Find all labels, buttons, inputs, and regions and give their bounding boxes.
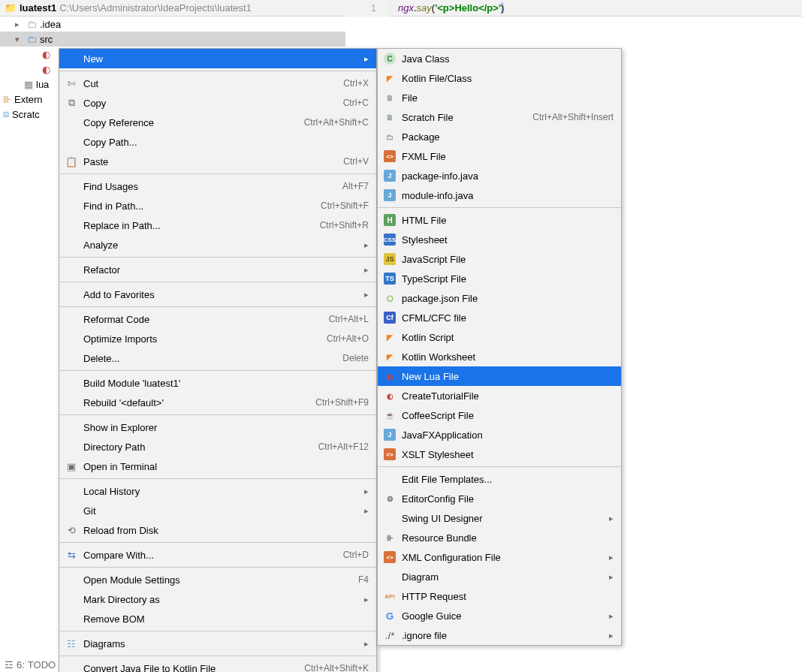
menu-swing-ui-designer[interactable]: Swing UI Designer▸ (378, 508, 621, 528)
menu-show-explorer[interactable]: Show in Explorer (59, 417, 376, 437)
breadcrumb[interactable]: 📁 luatest1 C:\Users\Administrator\IdeaPr… (0, 2, 256, 14)
menu-package-json[interactable]: ⬡package.json File (378, 288, 621, 308)
menu-javafx-application[interactable]: JJavaFXApplication (378, 425, 621, 444)
menu-convert-kotlin[interactable]: Convert Java File to Kotlin FileCtrl+Alt… (59, 658, 376, 672)
api-icon: API (384, 590, 396, 602)
menu-copy[interactable]: ⧉CopyCtrl+C (59, 93, 376, 113)
java-icon: J (384, 429, 396, 441)
ts-icon: TS (384, 273, 396, 285)
menu-package-info[interactable]: Jpackage-info.java (378, 166, 621, 185)
menu-local-history[interactable]: Local History▸ (59, 481, 376, 501)
menu-editorconfig-file[interactable]: ⚙EditorConfig File (378, 489, 621, 508)
menu-ignore-file[interactable]: .i*.ignore file▸ (378, 625, 621, 645)
class-icon: C (384, 53, 396, 65)
js-icon: JS (384, 253, 396, 265)
folder-icon: 🗀 (27, 34, 37, 45)
menu-javascript-file[interactable]: JSJavaScript File (378, 249, 621, 269)
google-icon: G (384, 610, 396, 622)
lua-icon: ◐ (384, 390, 396, 402)
menu-cut[interactable]: ✄CutCtrl+X (59, 74, 376, 93)
menu-replace-in-path[interactable]: Replace in Path...Ctrl+Shift+R (59, 215, 376, 235)
menu-stylesheet[interactable]: CSSStylesheet (378, 230, 621, 249)
menu-xslt-stylesheet[interactable]: <>XSLT Stylesheet (378, 444, 621, 464)
kotlin-icon: ◤ (384, 331, 396, 343)
json-icon: ⬡ (384, 292, 396, 304)
menu-typescript-file[interactable]: TSTypeScript File (378, 269, 621, 288)
lua-icon: ◐ (384, 370, 396, 382)
menu-kotlin-worksheet[interactable]: ◤Kotlin Worksheet (378, 347, 621, 366)
todo-icon: ☲ (5, 659, 14, 670)
menu-xml-config-file[interactable]: <>XML Configuration File▸ (378, 547, 621, 567)
menu-java-class[interactable]: CJava Class (378, 49, 621, 68)
menu-copy-path[interactable]: Copy Path... (59, 132, 376, 152)
lua-icon: ◐ (42, 64, 50, 75)
menu-edit-file-templates[interactable]: Edit File Templates... (378, 469, 621, 489)
menu-add-favorites[interactable]: Add to Favorites▸ (59, 285, 376, 304)
editor[interactable]: 1 ngx.say('<p>Hello</p>') (345, 0, 802, 17)
menu-create-tutorial-file[interactable]: ◐CreateTutorialFile (378, 386, 621, 405)
menu-module-info[interactable]: Jmodule-info.java (378, 185, 621, 205)
menu-reload-disk[interactable]: ⟲Reload from Disk (59, 520, 376, 540)
menu-new-lua-file[interactable]: ◐New Lua File (378, 366, 621, 386)
menu-paste[interactable]: 📋PasteCtrl+V (59, 152, 376, 171)
ignore-icon: .i* (385, 630, 394, 641)
menu-diagrams[interactable]: ☷Diagrams▸ (59, 634, 376, 653)
menu-copy-reference[interactable]: Copy ReferenceCtrl+Alt+Shift+C (59, 113, 376, 132)
menu-http-request[interactable]: APIHTTP Request (378, 586, 621, 606)
menu-new[interactable]: New▸ (59, 49, 376, 68)
menu-optimize-imports[interactable]: Optimize ImportsCtrl+Alt+O (59, 329, 376, 348)
reload-icon: ⟲ (64, 525, 79, 536)
paste-icon: 📋 (64, 156, 79, 167)
file-icon: 🗎 (384, 92, 396, 104)
fxml-icon: <> (384, 150, 396, 162)
context-menu: New▸ ✄CutCtrl+X ⧉CopyCtrl+C Copy Referen… (59, 48, 377, 672)
xslt-icon: <> (384, 448, 396, 460)
menu-google-guice[interactable]: GGoogle Guice▸ (378, 606, 621, 625)
menu-scratch-file[interactable]: 🗎Scratch FileCtrl+Alt+Shift+Insert (378, 107, 621, 127)
line-number: 1 (345, 0, 390, 17)
code-line[interactable]: ngx.say('<p>Hello</p>') (390, 0, 504, 17)
menu-coffeescript-file[interactable]: ☕CoffeeScript File (378, 405, 621, 425)
terminal-icon: ▣ (64, 461, 79, 472)
copy-icon: ⧉ (64, 97, 79, 109)
java-icon: J (384, 170, 396, 182)
menu-package[interactable]: 🗀Package (378, 127, 621, 146)
new-submenu: CJava Class ◤Kotlin File/Class 🗎File 🗎Sc… (377, 48, 622, 646)
menu-git[interactable]: Git▸ (59, 501, 376, 520)
coffee-icon: ☕ (384, 409, 396, 421)
menu-html-file[interactable]: HHTML File (378, 210, 621, 230)
menu-diagram[interactable]: Diagram▸ (378, 567, 621, 586)
menu-fxml-file[interactable]: <>FXML File (378, 146, 621, 166)
menu-analyze[interactable]: Analyze▸ (59, 235, 376, 255)
menu-cfml-file[interactable]: CfCFML/CFC file (378, 308, 621, 327)
menu-remove-bom[interactable]: Remove BOM (59, 609, 376, 628)
menu-find-usages[interactable]: Find UsagesAlt+F7 (59, 176, 376, 196)
menu-kotlin-script[interactable]: ◤Kotlin Script (378, 327, 621, 347)
menu-reformat[interactable]: Reformat CodeCtrl+Alt+L (59, 309, 376, 329)
project-path: C:\Users\Administrator\IdeaProjects\luat… (59, 2, 252, 14)
lua-icon: ◐ (42, 49, 50, 60)
menu-resource-bundle[interactable]: ⊪Resource Bundle (378, 528, 621, 547)
menu-build-module[interactable]: Build Module 'luatest1' (59, 373, 376, 393)
menu-kotlin-file-class[interactable]: ◤Kotlin File/Class (378, 68, 621, 88)
css-icon: CSS (384, 234, 396, 246)
lib-icon: ⊪ (3, 94, 11, 105)
menu-mark-directory[interactable]: Mark Directory as▸ (59, 589, 376, 609)
cut-icon: ✄ (64, 78, 79, 89)
menu-directory-path[interactable]: Directory PathCtrl+Alt+F12 (59, 437, 376, 457)
menu-find-in-path[interactable]: Find in Path...Ctrl+Shift+F (59, 196, 376, 215)
menu-rebuild[interactable]: Rebuild '<default>'Ctrl+Shift+F9 (59, 393, 376, 412)
menu-file[interactable]: 🗎File (378, 88, 621, 107)
todo-tab[interactable]: ☲ 6: TODO (0, 657, 56, 672)
cfml-icon: Cf (384, 312, 396, 324)
menu-open-terminal[interactable]: ▣Open in Terminal (59, 457, 376, 476)
menu-refactor[interactable]: Refactor▸ (59, 260, 376, 279)
tree-item-src[interactable]: ▾🗀src (0, 32, 345, 47)
menu-compare-with[interactable]: ⇆Compare With...Ctrl+D (59, 545, 376, 565)
tree-item-idea[interactable]: ▸🗀.idea (0, 17, 345, 32)
gear-icon: ⚙ (384, 493, 396, 505)
menu-open-module-settings[interactable]: Open Module SettingsF4 (59, 570, 376, 589)
kotlin-icon: ◤ (384, 72, 396, 84)
file-icon: ▦ (24, 79, 33, 90)
menu-delete[interactable]: Delete...Delete (59, 348, 376, 368)
